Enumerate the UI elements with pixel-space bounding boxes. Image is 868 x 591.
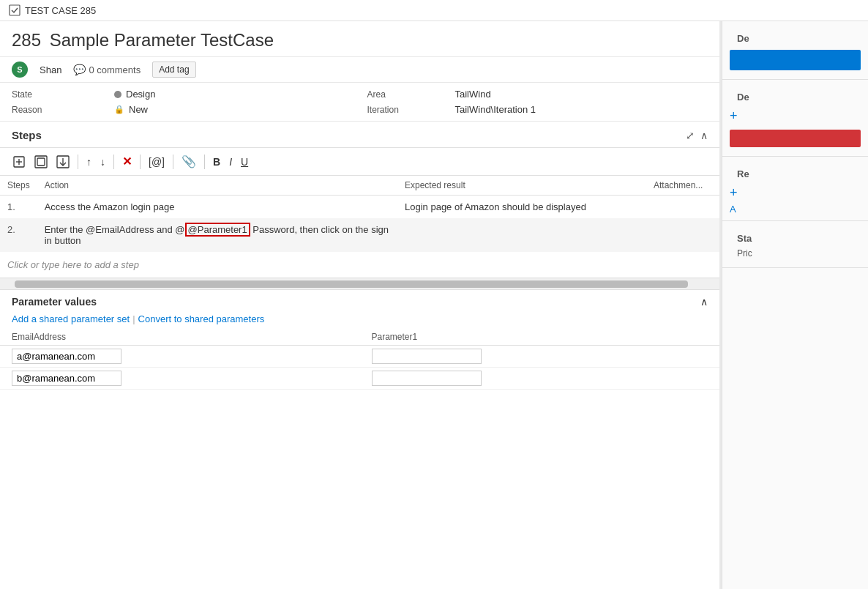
steps-section: Steps ⤢ ∧ ↑: [0, 122, 719, 278]
step-number-1: 1.: [0, 196, 37, 219]
right-panel-de-label: De: [730, 27, 861, 47]
param-values-section: Parameter values ∧ Add a shared paramete…: [0, 289, 719, 390]
delete-step-button[interactable]: ✕: [119, 152, 135, 171]
param-email-input-2[interactable]: [12, 371, 121, 386]
work-item-header: 285 Sample Parameter TestCase: [0, 21, 719, 57]
bold-button[interactable]: B: [209, 154, 224, 170]
add-shared-step-button[interactable]: [31, 153, 51, 171]
scrollbar-area[interactable]: [0, 278, 719, 289]
left-panel: 285 Sample Parameter TestCase S Shan 💬 0…: [0, 21, 722, 589]
convert-to-shared-link[interactable]: Convert to shared parameters: [138, 313, 265, 324]
param-param1-input-1[interactable]: [372, 349, 482, 364]
step-action-2[interactable]: Enter the @EmailAddress and @@Parameter1…: [37, 218, 397, 252]
work-item-number: 285: [12, 30, 41, 50]
step-number-2: 2.: [0, 218, 37, 252]
col-action: Action: [37, 176, 397, 196]
param-email-2[interactable]: [0, 368, 360, 390]
state-label: State: [12, 89, 114, 100]
test-case-icon: [9, 4, 20, 16]
param-email-1[interactable]: [0, 346, 360, 368]
lock-icon: 🔒: [114, 105, 124, 114]
right-panel-red-bar: [730, 130, 861, 147]
right-panel-blue-bar[interactable]: [730, 50, 861, 70]
state-value: Design: [114, 89, 367, 100]
top-bar-title: TEST CASE 285: [25, 5, 96, 16]
move-down-button[interactable]: ↓: [97, 154, 109, 170]
svg-rect-0: [10, 5, 20, 15]
comments-section: 💬 0 comments: [73, 64, 141, 75]
col-attachment: Attachmen...: [646, 176, 719, 196]
state-dot: [114, 91, 121, 98]
param-values-title: Parameter values: [12, 296, 97, 308]
add-step-placeholder[interactable]: Click or type here to add a step: [7, 259, 139, 270]
insert-step-button[interactable]: [53, 153, 73, 171]
author-name: Shan: [40, 64, 61, 75]
italic-button[interactable]: I: [225, 154, 236, 170]
right-panel: De De + Re + A Sta Pric: [722, 21, 868, 589]
svg-rect-5: [37, 158, 45, 166]
comment-icon: 💬: [73, 64, 86, 75]
add-step-button[interactable]: [9, 153, 29, 171]
param-param1-1[interactable]: [360, 346, 720, 368]
right-panel-sta-label: Sta: [730, 227, 861, 247]
param-values-links: Add a shared parameter set | Convert to …: [0, 313, 719, 329]
scrollbar-thumb: [15, 280, 688, 288]
underline-button[interactable]: U: [237, 154, 252, 170]
move-up-button[interactable]: ↑: [83, 154, 95, 170]
toolbar-sep-5: [204, 155, 205, 169]
param-values-collapse-icon[interactable]: ∧: [700, 296, 708, 308]
steps-toolbar: ↑ ↓ ✕ [@] 📎 B I: [0, 148, 719, 176]
steps-header-actions: ⤢ ∧: [686, 130, 708, 141]
right-panel-a-link[interactable]: A: [730, 204, 736, 215]
step-expected-1[interactable]: Login page of Amazon should be displayed: [397, 196, 646, 219]
param-param1-input-2[interactable]: [372, 371, 482, 386]
right-panel-plus-icon[interactable]: +: [730, 108, 738, 124]
steps-table: Steps Action Expected result Attachmen..…: [0, 176, 719, 278]
toolbar-sep-2: [113, 155, 114, 169]
right-panel-re-label: Re: [730, 163, 861, 182]
reason-label: Reason: [12, 105, 114, 115]
right-panel-sta-section: Sta Pric: [722, 221, 868, 268]
top-bar: TEST CASE 285: [0, 0, 868, 21]
fields-grid: State Design Area TailWind Reason 🔒 New …: [0, 83, 719, 122]
table-row: 2. Enter the @EmailAddress and @@Paramet…: [0, 218, 719, 252]
right-panel-pri-label: Pric: [730, 247, 861, 261]
param-col-param1: Parameter1: [360, 329, 720, 346]
param-values-header: Parameter values ∧: [0, 290, 719, 313]
step-action-1[interactable]: Access the Amazon login page: [37, 196, 397, 219]
right-panel-re-plus-icon[interactable]: +: [730, 185, 738, 201]
avatar: S: [12, 62, 28, 78]
insert-param-button[interactable]: [@]: [145, 154, 168, 170]
param-param1-2[interactable]: [360, 368, 720, 390]
collapse-icon[interactable]: ∧: [700, 130, 708, 141]
right-panel-re-add-row: +: [730, 182, 861, 204]
right-panel-add-row: +: [730, 105, 861, 127]
iteration-value: TailWind\Iteration 1: [455, 104, 708, 115]
table-row: 1. Access the Amazon login page Login pa…: [0, 196, 719, 219]
toolbar-sep-4: [173, 155, 173, 169]
add-step-row[interactable]: Click or type here to add a step: [0, 252, 719, 278]
right-panel-re-section: Re + A: [722, 157, 868, 221]
param-email-input-1[interactable]: [12, 349, 121, 364]
attach-button[interactable]: 📎: [178, 152, 200, 171]
work-item-meta: S Shan 💬 0 comments Add tag: [0, 57, 719, 83]
param-col-email: EmailAddress: [0, 329, 360, 346]
step-action-prefix: Enter the @EmailAddress and @: [45, 224, 185, 235]
expand-icon[interactable]: ⤢: [686, 130, 695, 141]
work-item-title: Sample Parameter TestCase: [50, 30, 274, 50]
area-label: Area: [367, 89, 455, 100]
right-panel-de-section: De: [722, 21, 868, 80]
add-tag-button[interactable]: Add tag: [152, 62, 195, 78]
list-item: [0, 368, 719, 390]
step-attachment-1: [646, 196, 719, 219]
col-expected: Expected result: [397, 176, 646, 196]
right-panel-de2-section: De +: [722, 80, 868, 157]
toolbar-sep-3: [140, 155, 141, 169]
steps-header: Steps ⤢ ∧: [0, 122, 719, 148]
param-table: EmailAddress Parameter1: [0, 329, 719, 390]
add-shared-param-link[interactable]: Add a shared parameter set: [12, 313, 130, 324]
param-highlight[interactable]: @Parameter1: [185, 223, 250, 237]
step-expected-2: [397, 218, 646, 252]
iteration-label: Iteration: [367, 105, 455, 115]
reason-value: 🔒 New: [114, 104, 367, 115]
